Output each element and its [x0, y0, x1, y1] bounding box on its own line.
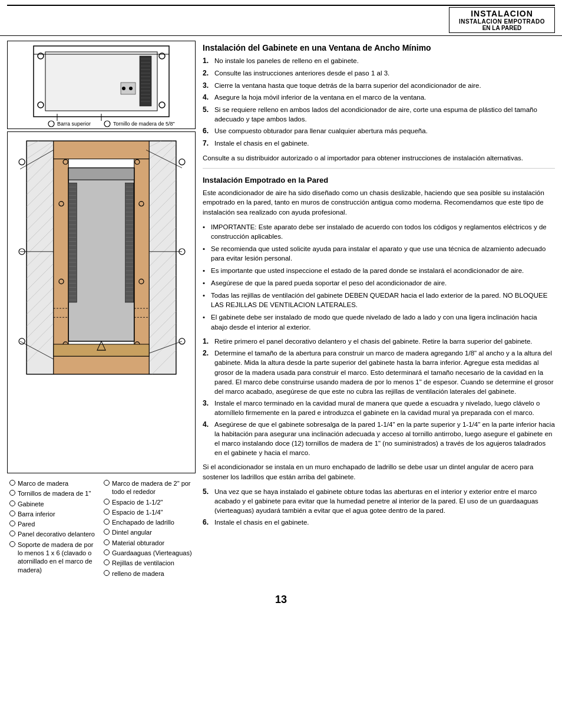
svg-rect-78 [125, 183, 134, 302]
list-text: Instale el chasis en el gabinete. [214, 139, 309, 148]
step-number: 2. [203, 348, 214, 358]
section2-steps: 1.Retire primero el panel decorativo del… [203, 337, 555, 458]
list-number: 7. [203, 139, 214, 149]
bullet-dot: • [203, 312, 211, 322]
legend-circle [9, 521, 15, 526]
legend-label: Espacio de 1-1/4" [112, 508, 163, 516]
bullet-text: Asegúrese de que la pared pueda soportar… [211, 278, 447, 288]
svg-rect-74 [54, 159, 68, 357]
header-box: INSTALACION INSTALACION EMPOTRADO EN LA … [449, 7, 555, 33]
section1-list-item: 6.Use compuesto obturador para llenar cu… [203, 126, 555, 136]
svg-rect-73 [54, 356, 149, 374]
legend-item-relleno: relleno de madera [104, 569, 193, 578]
section2-title: Instalación Empotrado en la Pared [203, 176, 555, 185]
legend-circle [9, 531, 15, 536]
legend-label: Guardaaguas (Vierteaguas) [112, 549, 192, 557]
legend-circle [104, 549, 110, 555]
legend-circle [104, 480, 110, 486]
header-subtitle1: INSTALACION EMPOTRADO [455, 18, 548, 25]
legend-label: Marco de madera [18, 479, 68, 487]
bullet-item: •Es importante que usted inspeccione el … [203, 266, 555, 275]
legend-circle [104, 559, 110, 565]
legend-item-panel-decorativo: Panel decorativo delantero [9, 530, 99, 538]
section2-mid-para: Si el acondicionador se instala en un mu… [203, 462, 555, 482]
step-text: Instale el marco terminado en la cavidad… [214, 398, 555, 417]
bullet-dot: • [203, 222, 211, 232]
section1-title: Instalación del Gabinete en una Ventana … [203, 43, 555, 52]
list-number: 4. [203, 93, 214, 103]
bullet-dot: • [203, 278, 211, 288]
legend-item-espacio-1-2: Espacio de 1-1/2" [104, 498, 193, 506]
bullet-item: •Asegúrese de que la pared pueda soporta… [203, 278, 555, 288]
bullet-text: El gabinete debe ser instalado de modo q… [211, 312, 555, 331]
legend-right-col: Marco de madera de 2" por todo el rededo… [104, 479, 193, 579]
legend-label: relleno de madera [112, 569, 164, 578]
bullet-dot: • [203, 266, 211, 275]
legend-circle [9, 490, 15, 496]
svg-point-23 [159, 102, 165, 108]
bullet-item: •Se recomienda que usted solicite ayuda … [203, 244, 555, 263]
bullet-item: •El gabinete debe ser instalado de modo … [203, 312, 555, 331]
bullet-text: Se recomienda que usted solicite ayuda p… [211, 244, 555, 263]
section1-list-item: 1.No instale los paneles de relleno en e… [203, 56, 555, 66]
section-divider [203, 168, 555, 169]
step-text: Instale el chasis en el gabinete. [214, 518, 309, 527]
legend-circle [9, 480, 15, 486]
step-number: 6. [203, 518, 214, 528]
legend-circle [104, 509, 110, 515]
svg-point-28 [104, 121, 110, 127]
legend-label: Espacio de 1-1/2" [112, 498, 163, 506]
header-subtitle2: EN LA PARED [455, 25, 548, 31]
legend-circle [104, 529, 110, 535]
svg-point-21 [38, 102, 44, 108]
legend-circle [9, 500, 15, 506]
legend-label: Material obturador [112, 539, 164, 547]
legend-item-soporte: Soporte de madera de por lo menos 1 x 6 … [9, 541, 99, 574]
section1-list-item: 7.Instale el chasis en el gabinete. [203, 139, 555, 149]
header-row: INSTALACION INSTALACION EMPOTRADO EN LA … [0, 6, 562, 36]
legend-circle [104, 519, 110, 525]
legend-area: Marco de madera Tornillos de madera de 1… [7, 476, 196, 583]
step-text: Asegúrese de que el gabinete sobresalga … [214, 420, 555, 457]
legend-label: Marco de madera de 2" por todo el rededo… [112, 479, 193, 496]
svg-point-136 [19, 159, 25, 165]
legend-circle [9, 541, 15, 547]
svg-text:Tornillo de madera de 5/8": Tornillo de madera de 5/8" [113, 121, 175, 127]
legend-label: Tornillos de madera de 1" [18, 489, 91, 498]
legend-item-espacio-1-4: Espacio de 1-1/4" [104, 508, 193, 516]
legend-item-dintel: Dintel angular [104, 528, 193, 536]
svg-point-139 [179, 159, 185, 165]
list-text: No instale los paneles de relleno en el … [214, 56, 359, 65]
legend-label: Panel decorativo delantero [18, 530, 95, 538]
section2-intro: Este acondicionador de aire ha sido dise… [203, 188, 555, 218]
svg-rect-72 [54, 141, 149, 159]
section2-step-item: 1.Retire primero el panel decorativo del… [203, 337, 555, 347]
step-text: Determine el tamaño de la abertura para … [214, 348, 555, 396]
legend-circle [104, 499, 110, 505]
legend-label: Barra inferior [18, 510, 55, 518]
list-number: 6. [203, 126, 214, 136]
legend-item-enchapado: Enchapado de ladrillo [104, 518, 193, 526]
section1-footer: Consulte a su distribuidor autorizado o … [203, 153, 555, 163]
bullet-item: •IMPORTANTE: Este aparato debe ser insta… [203, 222, 555, 241]
bullet-dot: • [203, 244, 211, 253]
legend-circle [104, 539, 110, 545]
list-number: 1. [203, 56, 214, 66]
svg-rect-77 [68, 168, 134, 180]
section1-list: 1.No instale los paneles de relleno en e… [203, 56, 555, 149]
section2-step-cont-item: 5.Una vez que se haya instalado el gabin… [203, 487, 555, 515]
header-title: INSTALACION [455, 9, 548, 18]
list-text: Consulte las instrucciones anteriores de… [214, 68, 389, 78]
bullet-dot: • [203, 291, 211, 300]
bullet-item: •Todas las rejillas de ventilación del g… [203, 291, 555, 309]
right-column: Instalación del Gabinete en una Ventana … [203, 41, 555, 583]
svg-point-18 [122, 87, 125, 90]
list-text: Use compuesto obturador para llenar cual… [214, 126, 428, 136]
legend-circle [9, 510, 15, 516]
svg-rect-75 [134, 159, 149, 357]
legend-circle [104, 570, 110, 576]
legend-label: Dintel angular [112, 528, 152, 536]
left-column: Barra superior Tornillo de madera de 5/8… [7, 41, 196, 583]
list-text: Asegure la hoja móvil inferior de la ven… [214, 93, 426, 102]
bullet-text: IMPORTANTE: Este aparato debe ser instal… [211, 222, 555, 241]
